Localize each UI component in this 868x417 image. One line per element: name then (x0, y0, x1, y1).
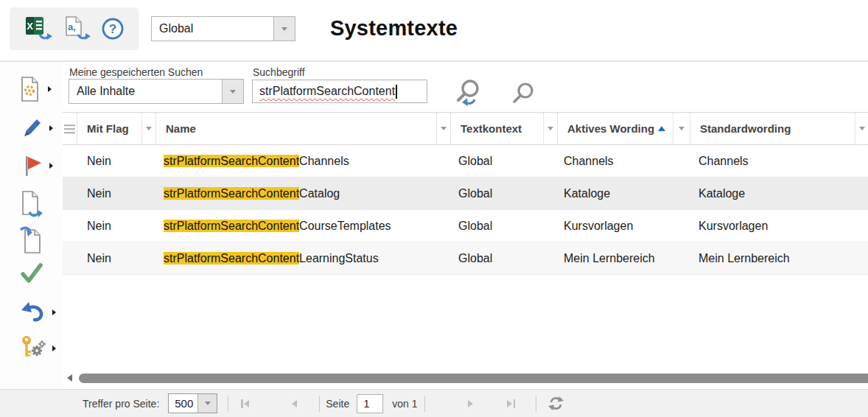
filter-arrow-icon (146, 127, 152, 130)
table-row[interactable]: Nein strPlatformSearchContentCatalog Glo… (63, 178, 868, 210)
per-page-label: Treffer pro Seite: (83, 398, 159, 410)
sidebar-item-wizard[interactable] (19, 75, 52, 103)
horizontal-scrollbar[interactable] (63, 372, 868, 384)
scroll-left-icon[interactable] (67, 374, 72, 382)
action-sidebar (0, 62, 63, 389)
cell-name: strPlatformSearchContentChannels (156, 155, 451, 168)
flyout-arrow-icon (49, 163, 53, 169)
wording-export-button[interactable]: a, (62, 15, 91, 43)
cell-standardwording: Mein Lernbereich (690, 252, 868, 265)
page-label: Seite (326, 398, 349, 410)
name-suffix: LearningStatus (299, 252, 379, 264)
first-page-icon (241, 399, 243, 408)
sidebar-item-edit[interactable] (19, 116, 53, 140)
search-term-input[interactable]: strPlatformSearchContent (252, 80, 427, 103)
last-page-button[interactable] (507, 399, 515, 408)
name-suffix: Catalog (299, 187, 340, 200)
column-label: Aktives Wording (567, 122, 654, 135)
sidebar-item-administration[interactable] (19, 333, 56, 364)
context-select[interactable]: Global (151, 16, 295, 41)
sidebar-item-import[interactable] (19, 225, 44, 254)
cell-textkontext: Global (451, 220, 558, 233)
column-header-mit-flag[interactable]: Mit Flag (77, 113, 141, 144)
cell-standardwording: Kataloge (690, 187, 868, 200)
cell-aktives-wording: Channels (558, 155, 690, 168)
wording-export-icon: a, (62, 15, 91, 43)
saved-searches-label: Meine gespeicherten Suchen (69, 66, 203, 78)
chevron-down-icon[interactable] (273, 17, 295, 41)
name-suffix: CourseTemplates (299, 220, 391, 232)
column-header-standardwording[interactable]: Standardwording (690, 113, 855, 144)
filter-standardwording[interactable] (855, 113, 868, 144)
search-match-highlight: strPlatformSearchContent (164, 187, 299, 200)
import-document-icon (19, 225, 44, 254)
separator (424, 396, 425, 412)
context-select-value: Global (152, 17, 273, 41)
search-match-highlight: strPlatformSearchContent (164, 155, 299, 167)
sidebar-item-approve[interactable] (19, 262, 44, 284)
flag-icon (19, 153, 43, 178)
export-document-icon (19, 190, 44, 220)
filter-arrow-icon (679, 127, 685, 130)
chevron-down-icon[interactable] (197, 394, 217, 413)
extended-search-button[interactable] (451, 78, 485, 109)
table-row[interactable]: Nein strPlatformSearchContentLearningSta… (63, 242, 868, 275)
page-of-label: von 1 (392, 398, 417, 410)
cell-mit-flag: Nein (77, 220, 156, 233)
filter-textkontext[interactable] (543, 113, 558, 144)
filter-mit-flag[interactable] (141, 113, 156, 144)
prev-page-icon (292, 400, 297, 407)
page-number-input[interactable] (357, 394, 383, 413)
flyout-arrow-icon (52, 346, 56, 351)
wizard-document-icon (19, 75, 41, 103)
table-row[interactable]: Nein strPlatformSearchContentCourseTempl… (63, 210, 868, 242)
sidebar-item-export[interactable] (19, 190, 44, 220)
edit-pencil-icon (19, 116, 43, 140)
text-caret (396, 85, 397, 99)
cell-textkontext: Global (451, 252, 558, 265)
table-row[interactable]: Nein strPlatformSearchContentChannels Gl… (63, 145, 868, 178)
cell-standardwording: Kursvorlagen (690, 220, 868, 233)
next-page-button[interactable] (468, 400, 473, 407)
pager-bar: Treffer pro Seite: 500 Seite von 1 (0, 389, 868, 417)
hamburger-icon (64, 124, 75, 134)
cell-mit-flag: Nein (77, 155, 156, 168)
cell-standardwording: Channels (690, 155, 868, 168)
filter-aktives-wording[interactable] (673, 113, 690, 144)
search-term-label: Suchbegriff (253, 66, 305, 78)
flyout-arrow-icon (48, 86, 52, 92)
column-header-name[interactable]: Name (156, 113, 436, 144)
refresh-button[interactable] (548, 396, 564, 411)
search-match-highlight: strPlatformSearchContent (164, 252, 299, 264)
page-title: Systemtexte (330, 16, 458, 41)
first-page-button[interactable] (241, 399, 249, 408)
column-header-textkontext[interactable]: Textkontext (451, 113, 543, 144)
cell-textkontext: Global (451, 187, 558, 200)
undo-icon (19, 301, 46, 324)
search-match-highlight: strPlatformSearchContent (164, 220, 299, 232)
scrollbar-thumb[interactable] (79, 374, 868, 383)
column-header-aktives-wording[interactable]: Aktives Wording (558, 113, 673, 144)
per-page-select[interactable]: 500 (168, 393, 217, 413)
svg-text:?: ? (108, 22, 116, 36)
name-suffix: Channels (299, 155, 349, 167)
next-page-icon (468, 400, 473, 407)
cell-aktives-wording: Mein Lernbereich (558, 252, 690, 265)
cell-name: strPlatformSearchContentCatalog (156, 187, 451, 200)
approve-check-icon (19, 262, 44, 284)
filter-arrow-icon (859, 127, 865, 130)
search-button[interactable] (508, 82, 536, 108)
chevron-down-icon[interactable] (222, 80, 243, 103)
sidebar-item-undo[interactable] (19, 301, 56, 324)
prev-page-button[interactable] (292, 400, 297, 407)
help-button[interactable]: ? (100, 16, 125, 41)
filter-name[interactable] (436, 113, 451, 144)
cell-mit-flag: Nein (77, 187, 156, 200)
column-chooser-handle[interactable] (63, 113, 77, 144)
saved-searches-select[interactable]: Alle Inhalte (69, 79, 244, 104)
excel-export-button[interactable]: X (24, 15, 53, 43)
filter-arrow-icon (547, 127, 553, 130)
sidebar-item-flag[interactable] (19, 153, 53, 178)
cell-aktives-wording: Kursvorlagen (558, 220, 690, 233)
excel-export-icon: X (24, 15, 53, 43)
